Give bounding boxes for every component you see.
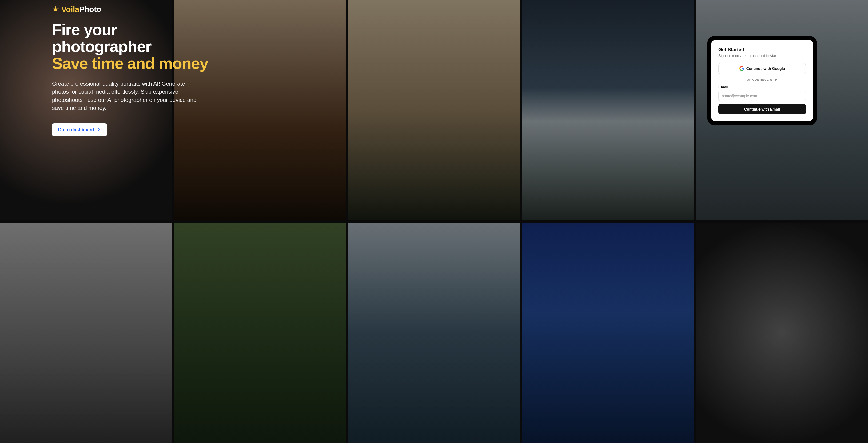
google-button-label: Continue with Google bbox=[746, 66, 785, 71]
continue-with-email-button[interactable]: Continue with Email bbox=[718, 104, 806, 114]
google-icon bbox=[739, 66, 744, 71]
signin-subtitle: Sign in or create an account to start. bbox=[718, 54, 806, 58]
hero-subtext: Create professional-quality portraits wi… bbox=[52, 80, 202, 112]
hero-headline: Fire your photographer Save time and mon… bbox=[52, 21, 212, 72]
bg-tile bbox=[696, 223, 868, 443]
or-divider: OR CONTINUE WITH bbox=[718, 78, 806, 81]
divider-text: OR CONTINUE WITH bbox=[747, 78, 778, 81]
go-to-dashboard-button[interactable]: Go to dashboard bbox=[52, 124, 107, 136]
bg-tile bbox=[0, 223, 172, 443]
email-input[interactable] bbox=[718, 91, 806, 101]
headline-line2: Save time and money bbox=[52, 55, 212, 72]
signin-card: Get Started Sign in or create an account… bbox=[711, 40, 813, 121]
hero-section: ★ VoilaPhoto Fire your photographer Save… bbox=[52, 5, 212, 136]
continue-with-google-button[interactable]: Continue with Google bbox=[718, 63, 806, 74]
bg-tile bbox=[174, 223, 346, 443]
email-label: Email bbox=[718, 85, 806, 89]
bg-tile bbox=[522, 0, 694, 220]
star-icon: ★ bbox=[52, 5, 59, 13]
brand-text: VoilaPhoto bbox=[61, 5, 101, 14]
bg-tile bbox=[522, 223, 694, 443]
chevron-right-icon bbox=[97, 127, 101, 133]
bg-tile bbox=[348, 223, 520, 443]
brand-logo: ★ VoilaPhoto bbox=[52, 5, 212, 14]
dashboard-button-label: Go to dashboard bbox=[58, 127, 94, 133]
brand-photo: Photo bbox=[79, 5, 101, 13]
signin-title: Get Started bbox=[718, 47, 806, 53]
brand-voila: Voila bbox=[61, 5, 79, 13]
email-button-label: Continue with Email bbox=[744, 107, 780, 111]
signin-card-frame: Get Started Sign in or create an account… bbox=[707, 36, 817, 125]
headline-line1: Fire your photographer bbox=[52, 21, 212, 55]
bg-tile bbox=[348, 0, 520, 220]
